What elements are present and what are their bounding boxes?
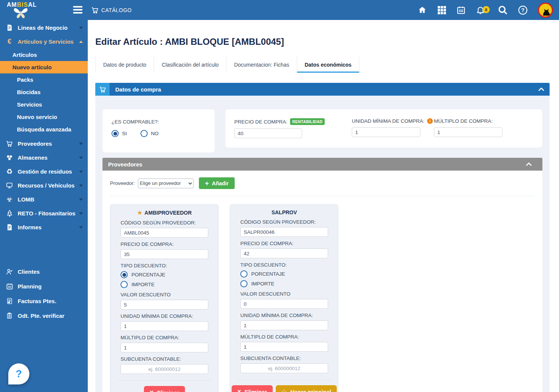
precio-compra-input[interactable] — [240, 249, 328, 258]
chevron-up-icon — [79, 41, 83, 43]
apps-grid-icon[interactable] — [437, 6, 446, 15]
sidebar-item-recursos-vehiculos[interactable]: Recursos / Vehículos — [0, 178, 88, 192]
unidad-minima-input[interactable] — [240, 320, 328, 330]
tab-datos-de-producto[interactable]: Datos de producto — [95, 57, 154, 73]
codigo-proveedor-input[interactable] — [240, 227, 328, 237]
codigo-proveedor-label: CÓDIGO SEGÚN PROVEEDOR: — [240, 219, 328, 225]
sidebar-item-gestion-de-residuos[interactable]: ♻ Gestión de residuos — [0, 165, 88, 178]
sidebar-item-servicios[interactable]: Servicios — [0, 98, 88, 111]
svg-text:?: ? — [521, 7, 525, 13]
sidebar-item-label: Clientes — [18, 268, 40, 275]
importe-radio[interactable] — [121, 281, 128, 288]
sidebar-item-informes[interactable]: Informes — [0, 220, 88, 234]
comprable-label: ¿ES COMPRABLE?: — [111, 119, 215, 125]
chevron-down-icon — [79, 198, 83, 201]
sidebar-item-clientes[interactable]: Clientes — [0, 264, 88, 279]
help-button[interactable]: ? — [8, 363, 29, 384]
comprable-si-radio[interactable] — [111, 130, 119, 137]
sidebar-item-odt-pte-verificar[interactable]: Odt. Pte. verificar — [0, 308, 88, 323]
unidad-minima-input[interactable] — [121, 321, 208, 331]
precio-compra-label: PRECIO DE COMPRA: — [234, 119, 287, 125]
eliminar-button[interactable]: × Eliminar — [144, 386, 185, 392]
clipboard-icon — [5, 312, 14, 319]
home-icon[interactable] — [417, 6, 427, 14]
sidebar-item-packs[interactable]: Packs — [0, 73, 88, 86]
sidebar-item-label: RETO - Fitosanitarios — [18, 210, 75, 217]
tab-documentacion-fichas[interactable]: Documentacion: Fichas — [226, 57, 296, 73]
sidebar-item-articulos[interactable]: Artículos — [0, 49, 88, 61]
anadir-button[interactable]: + Añadir — [199, 177, 235, 189]
biohazard-icon: ☣ — [5, 196, 14, 203]
sidebar-item-facturas-ptes[interactable]: Facturas Ptes. — [0, 294, 88, 308]
sidebar-item-reto-fitosanitarios[interactable]: RETO - Fitosanitarios — [0, 206, 88, 220]
provider-name: AMBIPROVEEDOR — [145, 210, 192, 216]
importe-radio[interactable] — [240, 280, 247, 287]
sidebar-item-nuevo-servicio[interactable]: Nuevo servicio — [0, 111, 88, 123]
cart-icon — [91, 6, 99, 14]
sidebar-item-almacenes[interactable]: Almacenes — [0, 151, 88, 165]
close-icon: × — [237, 388, 241, 392]
precio-compra-input[interactable] — [234, 128, 302, 138]
proveedor-select[interactable]: Elige un proveedor — [138, 178, 194, 188]
rentabilidad-badge[interactable]: RENTABILIDAD — [290, 118, 325, 125]
search-icon[interactable] — [498, 5, 508, 15]
collapse-chevron-up-icon[interactable] — [526, 162, 532, 166]
comprable-box: ¿ES COMPRABLE?: SI NO — [102, 109, 215, 153]
porcentaje-radio[interactable] — [121, 271, 128, 278]
porcentaje-radio[interactable] — [240, 270, 247, 278]
sidebar-item-planning[interactable]: Planning — [0, 279, 88, 294]
plus-icon: + — [205, 180, 209, 187]
catalog-button[interactable]: CATÁLOGO — [91, 6, 132, 14]
unidad-minima-input[interactable] — [352, 127, 420, 137]
codigo-proveedor-input[interactable] — [121, 228, 208, 238]
precio-compra-input[interactable] — [121, 249, 208, 259]
section-title: Proveedores — [108, 161, 142, 168]
calendar-icon — [5, 283, 14, 290]
hacer-principal-button[interactable]: ☆ Hacer principal — [276, 385, 337, 392]
multiplo-compra-input[interactable] — [121, 343, 208, 352]
provider-card: ★AMBIPROVEEDOR CÓDIGO SEGÚN PROVEEDOR: P… — [110, 204, 218, 392]
valor-descuento-input[interactable] — [240, 299, 328, 309]
sidebar-item-label: Odt. Pte. verificar — [18, 313, 64, 319]
sidebar-item-biocidas[interactable]: Biocidas — [0, 86, 88, 98]
subcuenta-contable-label: SUBCUENTA CONTABLE: — [121, 356, 208, 362]
user-avatar[interactable] — [538, 3, 553, 18]
multiplo-compra-input[interactable] — [434, 127, 502, 137]
collapse-chevron-up-icon[interactable] — [538, 87, 544, 91]
sidebar-item-label: Facturas Ptes. — [18, 298, 57, 304]
tab-clasificacion-del-articulo[interactable]: Clasificación del artículo — [154, 57, 226, 73]
multiplo-compra-input[interactable] — [240, 342, 328, 352]
subcuenta-contable-input[interactable] — [121, 364, 208, 374]
help-circle-icon[interactable]: ? — [518, 5, 528, 15]
importe-label: IMPORTE — [131, 282, 154, 287]
sidebar-item-label: Recursos / Vehículos — [18, 182, 75, 189]
anadir-label: Añadir — [212, 180, 229, 186]
chevron-down-icon — [79, 226, 83, 229]
calendar-icon[interactable] — [457, 6, 466, 15]
hamburger-menu-icon[interactable] — [73, 6, 82, 14]
cat-icon — [540, 5, 551, 17]
sidebar-item-label: Artículos y Servicios — [18, 38, 73, 45]
sidebar-item-proveedores[interactable]: Proveedores — [0, 137, 88, 151]
notifications-bell-icon[interactable]: 8 — [476, 5, 485, 15]
proveedores-body: Proveedor: Elige un proveedor + Añadir — [102, 171, 542, 392]
sidebar-item-lineas-de-negocio[interactable]: Lineas de Negocio — [0, 21, 88, 35]
sidebar-item-busqueda-avanzada[interactable]: Búsqueda avanzada — [0, 123, 88, 136]
porcentaje-label: PORCENTAJE — [131, 272, 165, 278]
datos-de-compra-header: Datos de compra — [95, 83, 550, 96]
tab-datos-economicos[interactable]: Datos económicos — [297, 57, 359, 73]
file-icon — [5, 224, 14, 231]
cart-icon — [5, 140, 14, 147]
sidebar-item-articulos-y-servicios[interactable]: € Artículos y Servicios — [0, 35, 88, 49]
sidebar-item-label: LOMB — [18, 196, 34, 203]
star-outline-icon: ☆ — [281, 389, 287, 392]
eliminar-button[interactable]: × Eliminar — [232, 385, 273, 392]
sidebar-footer: Clientes Planning Facturas Ptes. Odt. Pt… — [0, 264, 88, 323]
divider — [110, 196, 535, 196]
sidebar-item-nuevo-articulo[interactable]: Nuevo artículo — [0, 61, 88, 73]
subcuenta-contable-input[interactable] — [240, 363, 328, 373]
sidebar-item-lomb[interactable]: ☣ LOMB — [0, 192, 88, 206]
comprable-no-radio[interactable] — [141, 130, 148, 137]
info-icon[interactable]: i — [427, 118, 433, 124]
valor-descuento-input[interactable] — [121, 300, 208, 310]
